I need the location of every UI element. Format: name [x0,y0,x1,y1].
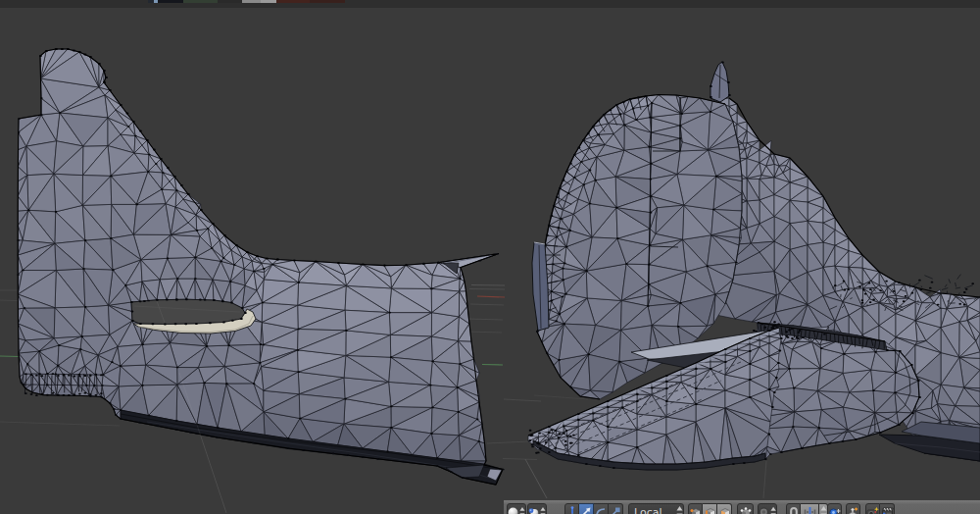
opengl-render-anim-icon [881,506,894,514]
manipulator-axis-icon [566,506,578,514]
snap-align-icon [847,506,859,514]
translate-arrow-icon [580,506,592,514]
top-edge-window-sliver [0,0,980,8]
limit-selection-icon [739,506,752,514]
window-sliver-patch [158,0,183,3]
snap-toggle-button[interactable] [786,503,801,514]
face-select-button[interactable] [717,503,732,514]
transform-orientation-value: Local [629,507,675,514]
rotate-arc-icon [595,506,607,514]
window-sliver-patch [242,0,261,3]
manipulator-scale-button[interactable] [609,503,623,514]
viewport-3d[interactable] [0,0,980,514]
manipulator-toggle-button[interactable] [564,503,579,514]
snap-increment-icon [804,506,816,514]
edge-select-icon [704,506,716,514]
limit-selection-to-visible-button[interactable] [737,503,754,514]
edge-select-button[interactable] [703,503,717,514]
stepper-arrows-icon[interactable] [770,506,776,514]
stepper-arrows-icon[interactable] [676,506,683,514]
vertex-select-button[interactable] [688,503,703,514]
window-sliver-patch [276,0,310,3]
face-select-icon [718,506,731,514]
snap-target-button[interactable] [827,503,842,514]
snap-target-icon [828,506,841,514]
proportional-edit-icon [759,506,769,514]
manipulator-translate-button[interactable] [579,503,594,514]
opengl-render-animation-button[interactable] [880,503,895,514]
scale-square-icon [610,506,621,514]
snap-magnet-icon [788,506,800,514]
window-sliver-patch [183,0,218,3]
snap-align-rotation-button[interactable] [846,503,860,514]
window-sliver-patch [218,0,242,3]
window-sliver-patch [261,0,276,3]
viewport-shading-dropdown[interactable] [507,503,526,514]
window-sliver-patch [310,0,345,3]
opengl-render-still-icon [866,506,879,514]
vertex-select-icon [689,506,702,514]
stepper-arrows-icon[interactable] [540,506,546,514]
stepper-arrows-icon[interactable] [519,506,525,514]
pivot-point-dropdown[interactable] [527,503,547,514]
stepper-arrows-icon[interactable] [820,506,827,514]
sphere-solid-icon [508,506,518,514]
manipulator-rotate-button[interactable] [594,503,609,514]
pivot-median-icon [528,506,539,514]
snap-element-dropdown[interactable] [801,503,819,514]
transform-orientation-dropdown[interactable]: Local [628,503,684,514]
opengl-render-button[interactable] [865,503,880,514]
proportional-edit-dropdown[interactable] [758,503,777,514]
blender-screenshot: { "app": { "name": "Blender 3D Viewport"… [0,0,980,514]
viewport-header-bar: Local [504,499,980,514]
